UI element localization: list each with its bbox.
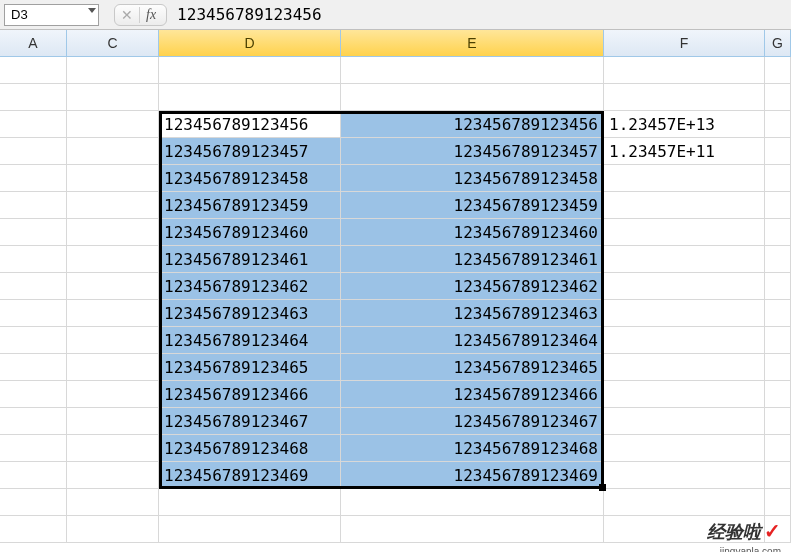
cell-A[interactable]	[0, 489, 67, 516]
cell-A[interactable]	[0, 84, 67, 111]
cell-E[interactable]	[341, 516, 604, 543]
cell-C[interactable]	[67, 138, 159, 165]
cell-F[interactable]	[604, 219, 765, 246]
cell-D[interactable]: 123456789123460	[159, 219, 341, 246]
cell-E[interactable]: 123456789123465	[341, 354, 604, 381]
cell-E[interactable]: 123456789123462	[341, 273, 604, 300]
cell-A[interactable]	[0, 138, 67, 165]
cell-D[interactable]: 123456789123466	[159, 381, 341, 408]
cell-A[interactable]	[0, 327, 67, 354]
cell-G[interactable]	[765, 327, 791, 354]
cell-D[interactable]: 123456789123465	[159, 354, 341, 381]
cell-C[interactable]	[67, 192, 159, 219]
cell-C[interactable]	[67, 435, 159, 462]
cell-E[interactable]: 123456789123463	[341, 300, 604, 327]
cell-E[interactable]: 123456789123469	[341, 462, 604, 489]
cell-D[interactable]: 123456789123468	[159, 435, 341, 462]
cell-C[interactable]	[67, 408, 159, 435]
cell-C[interactable]	[67, 165, 159, 192]
cell-E[interactable]: 123456789123464	[341, 327, 604, 354]
cell-F[interactable]	[604, 489, 765, 516]
cell-C[interactable]	[67, 111, 159, 138]
cell-F[interactable]	[604, 462, 765, 489]
name-box[interactable]: D3	[4, 4, 99, 26]
col-header-E[interactable]: E	[341, 30, 604, 56]
cell-E[interactable]	[341, 84, 604, 111]
fx-icon[interactable]: fx	[139, 7, 162, 23]
cell-E[interactable]: 123456789123468	[341, 435, 604, 462]
cell-G[interactable]	[765, 408, 791, 435]
cell-G[interactable]	[765, 246, 791, 273]
cell-A[interactable]	[0, 381, 67, 408]
cell-F[interactable]	[604, 327, 765, 354]
cell-E[interactable]: 123456789123467	[341, 408, 604, 435]
cell-E[interactable]: 123456789123460	[341, 219, 604, 246]
cell-D[interactable]: 123456789123462	[159, 273, 341, 300]
cell-G[interactable]	[765, 489, 791, 516]
col-header-D[interactable]: D	[159, 30, 341, 56]
cell-C[interactable]	[67, 462, 159, 489]
cell-A[interactable]	[0, 300, 67, 327]
cell-F[interactable]	[604, 192, 765, 219]
cell-E[interactable]	[341, 489, 604, 516]
cell-C[interactable]	[67, 354, 159, 381]
cell-D[interactable]: 123456789123461	[159, 246, 341, 273]
cell-G[interactable]	[765, 57, 791, 84]
cell-F[interactable]	[604, 300, 765, 327]
cell-E[interactable]	[341, 57, 604, 84]
cell-C[interactable]	[67, 516, 159, 543]
cell-A[interactable]	[0, 246, 67, 273]
cell-F[interactable]	[604, 84, 765, 111]
cell-D[interactable]	[159, 84, 341, 111]
cell-D[interactable]: 123456789123467	[159, 408, 341, 435]
cell-C[interactable]	[67, 327, 159, 354]
cell-F[interactable]: 1.23457E+11	[604, 138, 765, 165]
cell-E[interactable]: 123456789123458	[341, 165, 604, 192]
cell-C[interactable]	[67, 246, 159, 273]
cell-G[interactable]	[765, 300, 791, 327]
cell-A[interactable]	[0, 354, 67, 381]
cell-C[interactable]	[67, 57, 159, 84]
cell-C[interactable]	[67, 219, 159, 246]
cell-G[interactable]	[765, 219, 791, 246]
cell-E[interactable]: 123456789123461	[341, 246, 604, 273]
cell-D[interactable]: 123456789123459	[159, 192, 341, 219]
cell-A[interactable]	[0, 219, 67, 246]
cell-A[interactable]	[0, 435, 67, 462]
cell-G[interactable]	[765, 354, 791, 381]
cell-C[interactable]	[67, 84, 159, 111]
cell-D[interactable]: 123456789123463	[159, 300, 341, 327]
cell-A[interactable]	[0, 273, 67, 300]
cell-D[interactable]	[159, 57, 341, 84]
cell-G[interactable]	[765, 84, 791, 111]
cell-A[interactable]	[0, 516, 67, 543]
cell-F[interactable]	[604, 435, 765, 462]
cell-A[interactable]	[0, 57, 67, 84]
dropdown-icon[interactable]	[88, 8, 96, 13]
cell-E[interactable]: 123456789123456	[341, 111, 604, 138]
cell-F[interactable]	[604, 354, 765, 381]
cell-G[interactable]	[765, 138, 791, 165]
cell-C[interactable]	[67, 300, 159, 327]
col-header-A[interactable]: A	[0, 30, 67, 56]
cell-C[interactable]	[67, 381, 159, 408]
cell-G[interactable]	[765, 192, 791, 219]
cell-A[interactable]	[0, 165, 67, 192]
cell-G[interactable]	[765, 381, 791, 408]
col-header-F[interactable]: F	[604, 30, 765, 56]
cell-E[interactable]: 123456789123466	[341, 381, 604, 408]
cell-A[interactable]	[0, 111, 67, 138]
cell-F[interactable]	[604, 381, 765, 408]
cell-G[interactable]	[765, 111, 791, 138]
cell-E[interactable]: 123456789123457	[341, 138, 604, 165]
cell-F[interactable]	[604, 57, 765, 84]
cell-D[interactable]: 123456789123469	[159, 462, 341, 489]
cell-A[interactable]	[0, 192, 67, 219]
col-header-G[interactable]: G	[765, 30, 791, 56]
col-header-C[interactable]: C	[67, 30, 159, 56]
cell-D[interactable]	[159, 489, 341, 516]
cell-D[interactable]: 123456789123457	[159, 138, 341, 165]
cell-E[interactable]: 123456789123459	[341, 192, 604, 219]
cell-A[interactable]	[0, 462, 67, 489]
cell-A[interactable]	[0, 408, 67, 435]
